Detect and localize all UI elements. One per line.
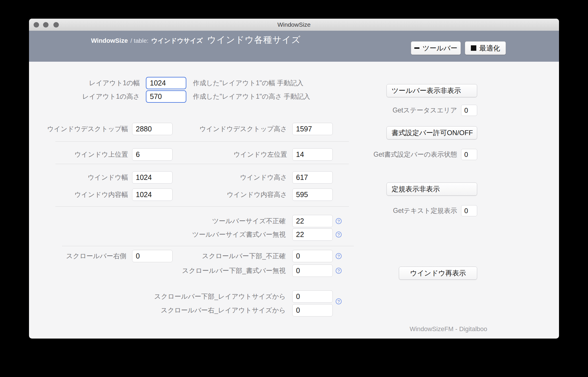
window-width-label: ウインドウ幅: [88, 173, 128, 182]
desktop-height-label: ウインドウデスクトップ高さ: [200, 125, 287, 133]
get-status-area-input[interactable]: [461, 105, 477, 116]
get-format-bar-state-input[interactable]: [461, 149, 477, 160]
minus-icon: [414, 47, 419, 49]
scrollbar-right-label: スクロールバー右側: [66, 252, 126, 261]
scrollbar-right-from-layout-input[interactable]: [292, 304, 333, 316]
scrollbar-bottom-ignore-input[interactable]: [292, 265, 333, 277]
toolbar-header-button-label: ツールバー: [423, 44, 458, 53]
divider: [62, 246, 354, 246]
window-width-input[interactable]: [132, 171, 173, 184]
get-text-ruler-input[interactable]: [461, 205, 477, 216]
scrollbar-bottom-ignore-label: スクロールバー下部_書式バー無視: [182, 266, 286, 275]
scrollbar-bottom-from-layout-input[interactable]: [292, 290, 333, 303]
scrollbar-bottom-inexact-input[interactable]: [292, 250, 333, 262]
window-top-input[interactable]: [132, 148, 173, 161]
layout1-width-input[interactable]: [146, 77, 186, 89]
scrollbar-bottom-inexact-label: スクロールバー下部_不正確: [202, 252, 286, 261]
content-width-label: ウインドウ内容幅: [74, 190, 128, 199]
help-icon[interactable]: ?: [336, 268, 342, 274]
desktop-height-input[interactable]: [292, 123, 333, 135]
help-icon[interactable]: ?: [336, 253, 342, 259]
help-icon[interactable]: ?: [336, 218, 342, 224]
layout1-height-input[interactable]: [146, 90, 186, 103]
help-icon[interactable]: ?: [336, 232, 342, 238]
toolbar-toggle-header-button[interactable]: ツールバー: [411, 41, 461, 55]
get-status-area-label: Getステータスエリア: [392, 106, 457, 115]
toggle-toolbar-button[interactable]: ツールバー表示非表示: [386, 84, 477, 97]
window-height-label: ウインドウ高さ: [240, 173, 287, 182]
layout1-width-label: レイアウト1の幅: [89, 79, 140, 88]
layout1-height-label: レイアウト1の高さ: [82, 92, 140, 101]
optimize-header-button-label: 最適化: [479, 44, 500, 53]
redraw-window-button-label: ウインドウ再表示: [410, 269, 466, 278]
breadcrumb-app-name: WindowSize: [91, 37, 128, 44]
toolbar-size-ignore-label: ツールバーサイズ書式バー無視: [192, 230, 286, 239]
divider: [55, 206, 349, 207]
window-height-input[interactable]: [292, 171, 333, 184]
window-left-label: ウインドウ左位置: [233, 150, 287, 159]
toolbar-size-inexact-label: ツールバーサイズ不正確: [212, 217, 286, 226]
desktop-width-input[interactable]: [132, 123, 173, 135]
content-height-label: ウインドウ内容高さ: [227, 190, 287, 199]
layout1-width-note: 作成した"レイアウト1"の幅 手動記入: [193, 79, 303, 88]
format-bar-permission-button[interactable]: 書式設定バー許可ON/OFF: [386, 126, 477, 139]
toggle-toolbar-button-label: ツールバー表示非表示: [392, 86, 461, 95]
optimize-header-button[interactable]: 最適化: [465, 41, 506, 55]
layout1-height-note: 作成した"レイアウト1"の高さ 手動記入: [193, 92, 310, 101]
breadcrumb-separator: / table:: [130, 37, 148, 44]
toggle-ruler-button[interactable]: 定規表示非表示: [386, 182, 477, 196]
window-left-input[interactable]: [292, 148, 333, 161]
title-bar: WindowSize: [29, 19, 559, 31]
app-window: WindowSize WindowSize / table: ウインドウサイズ …: [29, 19, 559, 339]
content-height-input[interactable]: [292, 188, 333, 201]
format-bar-permission-button-label: 書式設定バー許可ON/OFF: [392, 128, 473, 137]
square-icon: [471, 45, 476, 51]
toolbar-size-ignore-input[interactable]: [292, 228, 333, 241]
credit-text: WindowSizeFM - Digitalboo: [410, 325, 487, 333]
get-format-bar-state-label: Get書式設定バーの表示状態: [374, 150, 457, 159]
get-text-ruler-label: Getテキスト定規表示: [393, 206, 457, 215]
breadcrumb: WindowSize / table: ウインドウサイズ ウインドウ各種サイズ: [91, 34, 301, 46]
page-title: ウインドウ各種サイズ: [207, 34, 301, 46]
breadcrumb-table-name: ウインドウサイズ: [151, 36, 203, 45]
scrollbar-right-input[interactable]: [132, 250, 173, 262]
window-title: WindowSize: [29, 19, 559, 31]
scrollbar-right-from-layout-label: スクロールバー右_レイアウトサイズから: [161, 306, 286, 315]
window-top-label: ウインドウ上位置: [74, 150, 128, 159]
divider: [55, 164, 349, 164]
divider: [55, 141, 349, 142]
toggle-ruler-button-label: 定規表示非表示: [392, 184, 440, 194]
redraw-window-button[interactable]: ウインドウ再表示: [399, 267, 477, 280]
toolbar-size-inexact-input[interactable]: [292, 215, 333, 227]
desktop-width-label: ウインドウデスクトップ幅: [47, 125, 128, 133]
help-icon[interactable]: ?: [336, 298, 342, 304]
scrollbar-bottom-from-layout-label: スクロールバー下部_レイアウトサイズから: [154, 292, 286, 301]
content-width-input[interactable]: [132, 188, 173, 201]
